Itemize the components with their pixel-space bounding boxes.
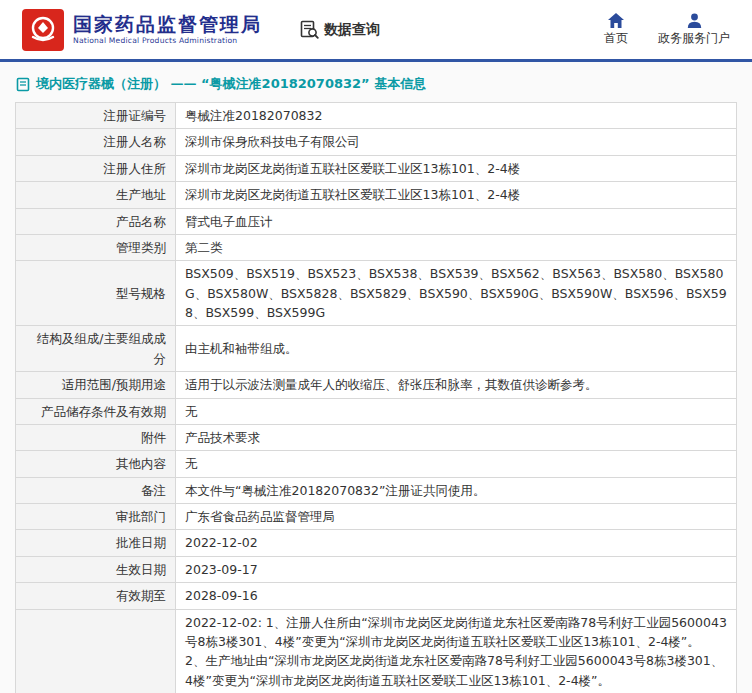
row-value: 适用于以示波法测量成年人的收缩压、舒张压和脉率，其数值供诊断参考。 (176, 372, 737, 398)
table-row: 适用范围/预期用途适用于以示波法测量成年人的收缩压、舒张压和脉率，其数值供诊断参… (16, 372, 737, 398)
row-label: 其他内容 (16, 451, 176, 477)
row-label: 有效期至 (16, 583, 176, 609)
row-label: 备注 (16, 477, 176, 503)
row-label: 注册证编号 (16, 103, 176, 129)
table-row: 批准日期2022-12-02 (16, 530, 737, 556)
row-value: 深圳市龙岗区龙岗街道五联社区爱联工业区13栋101、2-4楼 (176, 155, 737, 181)
breadcrumb: 境内医疗器械（注册） —— “粤械注准20182070832” 基本信息 (0, 62, 752, 102)
table-row: 注册人住所深圳市龙岗区龙岗街道五联社区爱联工业区13栋101、2-4楼 (16, 155, 737, 181)
home-icon (608, 13, 624, 28)
row-value: 由主机和袖带组成。 (176, 326, 737, 372)
table-row: 生产地址深圳市龙岗区龙岗街道五联社区爱联工业区13栋101、2-4楼 (16, 182, 737, 208)
row-label: 生效日期 (16, 556, 176, 582)
row-label: 注册人名称 (16, 129, 176, 155)
table-row: 型号规格BSX509、BSX519、BSX523、BSX538、BSX539、B… (16, 261, 737, 326)
info-table-body: 注册证编号粤械注准20182070832注册人名称深圳市保身欣科技电子有限公司注… (16, 103, 737, 693)
row-value: 深圳市龙岗区龙岗街道五联社区爱联工业区13栋101、2-4楼 (176, 182, 737, 208)
table-row: 附件产品技术要求 (16, 424, 737, 450)
nmpa-emblem-icon (26, 13, 60, 47)
person-icon (687, 13, 702, 28)
table-row: 备注本文件与“粤械注准20182070832”注册证共同使用。 (16, 477, 737, 503)
table-row: 管理类别第二类 (16, 234, 737, 260)
table-row: 变更情况2022-12-02: 1、注册人住所由“深圳市龙岗区龙岗街道龙东社区爱… (16, 609, 737, 693)
row-label: 型号规格 (16, 261, 176, 326)
table-row: 有效期至2028-09-16 (16, 583, 737, 609)
data-query-tab[interactable]: 数据查询 (300, 20, 380, 39)
table-row: 其他内容无 (16, 451, 737, 477)
registration-info-table: 注册证编号粤械注准20182070832注册人名称深圳市保身欣科技电子有限公司注… (15, 102, 737, 693)
row-value: 2022-12-02: 1、注册人住所由“深圳市龙岗区龙岗街道龙东社区爱南路78… (176, 609, 737, 693)
row-label: 附件 (16, 424, 176, 450)
site-subtitle: National Medical Products Administration (73, 37, 262, 45)
table-row: 产品储存条件及有效期无 (16, 398, 737, 424)
table-row: 注册人名称深圳市保身欣科技电子有限公司 (16, 129, 737, 155)
row-label: 变更情况 (16, 609, 176, 693)
row-label: 审批部门 (16, 504, 176, 530)
row-label: 产品名称 (16, 208, 176, 234)
row-label: 批准日期 (16, 530, 176, 556)
table-row: 产品名称臂式电子血压计 (16, 208, 737, 234)
row-label: 结构及组成/主要组成成分 (16, 326, 176, 372)
brand-text: 国家药品监督管理局 National Medical Products Admi… (73, 14, 262, 45)
row-value: 第二类 (176, 234, 737, 260)
nav-portal-label: 政务服务门户 (658, 30, 730, 47)
row-label: 产品储存条件及有效期 (16, 398, 176, 424)
row-label: 生产地址 (16, 182, 176, 208)
row-value: 2028-09-16 (176, 583, 737, 609)
row-value: 无 (176, 398, 737, 424)
row-value: 广东省食品药品监督管理局 (176, 504, 737, 530)
row-label: 注册人住所 (16, 155, 176, 181)
nav-portal[interactable]: 政务服务门户 (658, 13, 730, 47)
nav-home-label: 首页 (604, 30, 628, 47)
table-row: 生效日期2023-09-17 (16, 556, 737, 582)
registration-info-table-wrap: 注册证编号粤械注准20182070832注册人名称深圳市保身欣科技电子有限公司注… (15, 102, 737, 693)
row-value: 深圳市保身欣科技电子有限公司 (176, 129, 737, 155)
site-title: 国家药品监督管理局 (73, 14, 262, 35)
row-value: BSX509、BSX519、BSX523、BSX538、BSX539、BSX56… (176, 261, 737, 326)
nav-home[interactable]: 首页 (604, 13, 628, 47)
row-value: 产品技术要求 (176, 424, 737, 450)
document-icon (16, 77, 30, 92)
search-document-icon (300, 20, 319, 39)
table-row: 注册证编号粤械注准20182070832 (16, 103, 737, 129)
row-value: 本文件与“粤械注准20182070832”注册证共同使用。 (176, 477, 737, 503)
row-label: 管理类别 (16, 234, 176, 260)
nmpa-logo (22, 9, 64, 51)
data-query-label: 数据查询 (324, 21, 380, 39)
row-label: 适用范围/预期用途 (16, 372, 176, 398)
header-nav: 首页 政务服务门户 (604, 13, 736, 47)
row-value: 臂式电子血压计 (176, 208, 737, 234)
breadcrumb-text: 境内医疗器械（注册） —— “粤械注准20182070832” 基本信息 (36, 75, 426, 93)
table-row: 审批部门广东省食品药品监督管理局 (16, 504, 737, 530)
table-row: 结构及组成/主要组成成分由主机和袖带组成。 (16, 326, 737, 372)
row-value: 无 (176, 451, 737, 477)
row-value: 粤械注准20182070832 (176, 103, 737, 129)
site-header: 国家药品监督管理局 National Medical Products Admi… (0, 0, 752, 62)
row-value: 2023-09-17 (176, 556, 737, 582)
row-value: 2022-12-02 (176, 530, 737, 556)
